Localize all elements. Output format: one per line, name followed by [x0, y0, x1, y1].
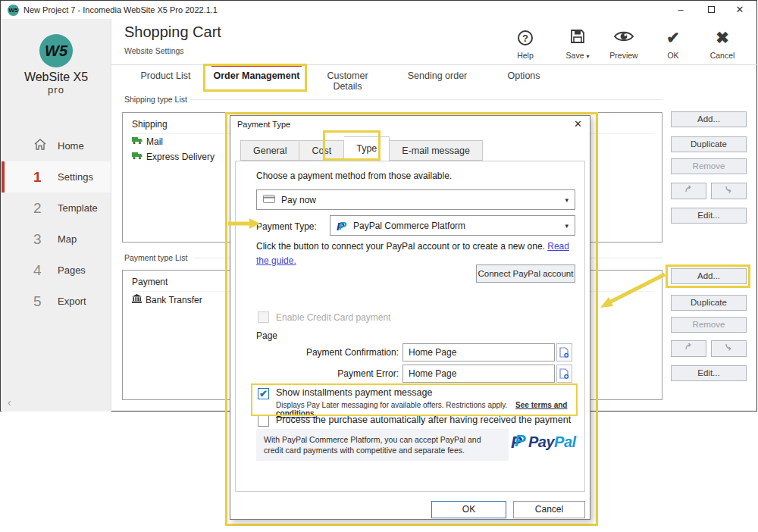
choose-method-label: Choose a payment method from those avail…: [256, 171, 452, 181]
payment-error-field[interactable]: Home Page: [402, 365, 555, 383]
payment-confirmation-field[interactable]: Home Page: [402, 343, 555, 361]
truck-icon: [132, 136, 143, 147]
paypal-info-panel: With PayPal Commerce Platform, you can a…: [256, 429, 509, 461]
shipping-move-down-button[interactable]: [711, 183, 747, 199]
curve-up-arrow-icon: [684, 185, 693, 193]
shipping-list-label: Shipping type List: [124, 95, 192, 104]
sidebar-item-home[interactable]: Home: [2, 130, 111, 161]
payment-edit-button[interactable]: Edit...: [671, 365, 747, 381]
sidebar-item-map[interactable]: 3 Map: [2, 224, 111, 255]
curve-down-arrow-icon: [725, 343, 733, 351]
cancel-x-icon: ✖: [716, 29, 729, 47]
active-tab-indicator: [211, 64, 302, 67]
curve-down-arrow-icon: [725, 185, 733, 193]
brand-logo-icon: W5: [39, 34, 73, 67]
error-page-picker-button[interactable]: [556, 365, 572, 383]
screen: W5 New Project 7 - Incomedia WebSite X5 …: [0, 0, 758, 532]
paypal-mark-icon: P P: [511, 433, 526, 451]
show-installments-checkbox[interactable]: ✔: [258, 388, 269, 399]
page-subtitle: Website Settings: [124, 46, 184, 55]
save-caret-icon: ▾: [586, 53, 589, 60]
process-automatically-checkbox[interactable]: [258, 415, 269, 427]
connect-paypal-button[interactable]: Connect PayPal account: [476, 264, 575, 283]
credit-card-icon: [263, 195, 275, 205]
connect-text: Click the button to connect your PayPal …: [256, 241, 547, 252]
help-label: Help: [501, 51, 550, 60]
sidebar-item-number: 1: [33, 169, 58, 186]
sidebar-item-number: 3: [33, 231, 58, 248]
payment-move-up-button[interactable]: [671, 340, 706, 357]
tab-order-management[interactable]: Order Management: [211, 70, 302, 81]
shipping-move-up-button[interactable]: [671, 183, 706, 199]
sidebar-item-settings[interactable]: 1 Settings: [2, 161, 111, 192]
list-item-label: Express Delivery: [146, 152, 215, 162]
shipping-edit-button[interactable]: Edit...: [671, 208, 747, 224]
payment-type-dropdown[interactable]: P P PayPal Commerce Platform ▾: [330, 215, 575, 236]
sidebar-item-pages[interactable]: 4 Pages: [2, 255, 111, 286]
save-label: Save: [566, 51, 584, 60]
payment-duplicate-button[interactable]: Duplicate: [671, 295, 747, 311]
list-item-label: Bank Transfer: [146, 295, 202, 305]
bank-icon: [132, 294, 142, 305]
dialog-cancel-button[interactable]: Cancel: [513, 501, 585, 518]
payment-move-down-button[interactable]: [711, 340, 747, 357]
ok-check-icon: ✔: [666, 29, 680, 47]
maximize-button[interactable]: [696, 1, 726, 19]
cancel-button[interactable]: ✖ Cancel: [698, 28, 747, 60]
shipping-add-button[interactable]: Add...: [671, 111, 747, 127]
sidebar-item-label: Pages: [58, 264, 86, 276]
section-divider: [190, 99, 662, 100]
payment-type-value: PayPal Commerce Platform: [353, 221, 465, 231]
dialog-ok-button[interactable]: OK: [431, 501, 506, 518]
preview-button[interactable]: Preview: [600, 28, 648, 60]
tab-options[interactable]: Options: [505, 70, 543, 81]
dialog-tab-type[interactable]: Type: [344, 136, 390, 161]
payment-confirmation-label: Payment Confirmation:: [256, 347, 399, 358]
page-picker-icon: [559, 347, 569, 358]
ok-button[interactable]: ✔ OK: [649, 28, 697, 60]
payment-add-button[interactable]: Add...: [671, 268, 747, 284]
window-title: New Project 7 - Incomedia WebSite X5 Pro…: [23, 5, 218, 14]
payment-method-dropdown[interactable]: Pay now ▾: [256, 189, 575, 210]
close-button[interactable]: ✕: [725, 1, 755, 19]
sidebar-item-export[interactable]: 5 Export: [2, 286, 111, 317]
ok-label: OK: [649, 51, 697, 60]
payment-list-label: Payment type List: [124, 253, 192, 262]
app-logo-icon: W5: [8, 5, 19, 16]
sidebar: W5 WebSite X5 pro Home 1 Settings 2 Temp…: [2, 19, 111, 412]
header-divider: [111, 64, 758, 65]
paypal-mark-icon: P P: [337, 220, 347, 232]
dialog-tab-general[interactable]: General: [240, 140, 299, 161]
confirmation-page-picker-button[interactable]: [556, 343, 572, 361]
save-button[interactable]: Save ▾: [553, 28, 602, 60]
dropdown-caret-icon: ▾: [565, 222, 568, 230]
dialog-tab-email-message[interactable]: E-mail message: [390, 140, 483, 161]
help-icon: ?: [518, 30, 533, 45]
shipping-remove-button[interactable]: Remove: [671, 158, 747, 174]
maximize-icon: [708, 6, 715, 13]
enable-credit-card-label: Enable Credit Card payment: [276, 312, 390, 323]
sidebar-item-number: 4: [33, 262, 58, 279]
page-section-label: Page: [256, 330, 277, 341]
tab-product-list[interactable]: Product List: [137, 70, 194, 81]
sidebar-item-label: Map: [58, 233, 77, 245]
minimize-button[interactable]: –: [666, 1, 696, 19]
sidebar-item-number: 2: [33, 200, 58, 217]
sidebar-item-number: 5: [33, 293, 58, 310]
payment-remove-button[interactable]: Remove: [671, 317, 747, 333]
shipping-duplicate-button[interactable]: Duplicate: [671, 136, 747, 152]
dialog-close-icon[interactable]: ✕: [574, 118, 582, 130]
sidebar-item-label: Template: [58, 202, 98, 214]
enable-credit-card-checkbox[interactable]: [258, 311, 269, 323]
title-bar: W5 New Project 7 - Incomedia WebSite X5 …: [1, 1, 756, 19]
tab-sending-order[interactable]: Sending order: [406, 70, 468, 81]
sidebar-item-label: Settings: [58, 171, 93, 183]
payment-type-label: Payment Type:: [256, 221, 317, 232]
help-button[interactable]: ? Help: [501, 28, 550, 60]
tab-customer-details[interactable]: Customer Details: [312, 70, 384, 92]
installments-note-text: Displays Pay Later messaging for availab…: [276, 401, 507, 409]
sidebar-collapse-chevron[interactable]: ‹: [8, 396, 11, 408]
sidebar-item-template[interactable]: 2 Template: [2, 192, 111, 224]
cancel-label: Cancel: [698, 51, 747, 60]
dialog-tab-cost[interactable]: Cost: [299, 140, 344, 161]
